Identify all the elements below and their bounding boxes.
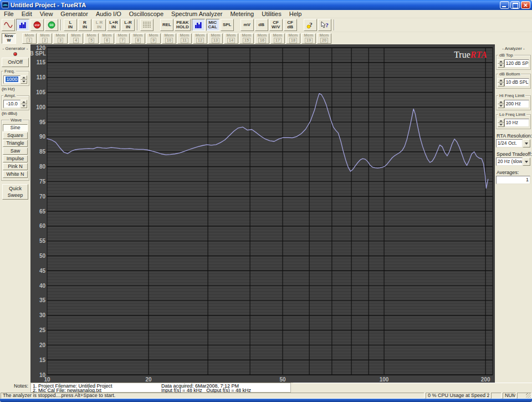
- mem-button-17[interactable]: Mem17: [270, 33, 285, 44]
- l-minus-r-input-button[interactable]: L-RIN: [121, 19, 135, 31]
- spl-button[interactable]: SPL: [221, 19, 234, 31]
- mem-button-1[interactable]: Mem1: [22, 33, 37, 44]
- wave-pink-n-button[interactable]: Pink N: [3, 163, 28, 170]
- notes-filler: [293, 383, 532, 393]
- freq-input[interactable]: 1000: [3, 75, 21, 84]
- y-axis-tick-label: 35: [39, 297, 46, 303]
- freq-spin-down-button[interactable]: [21, 80, 27, 84]
- hi-freq-spin-up-button[interactable]: [498, 100, 504, 104]
- speed-tradeoff-dropdown[interactable]: 20 Hz (slow): [496, 157, 530, 166]
- close-button[interactable]: [521, 1, 530, 9]
- generator-on-off-button[interactable]: On/Off: [2, 58, 29, 67]
- mem-button-4[interactable]: Mem4: [69, 33, 83, 44]
- mem-button-15[interactable]: Mem15: [239, 33, 254, 44]
- wave-square-button[interactable]: Square: [3, 132, 28, 139]
- wave-impulse-button[interactable]: Impulse: [3, 155, 28, 162]
- mem-button-8[interactable]: Mem8: [131, 33, 145, 44]
- mem-button-7[interactable]: Mem7: [115, 33, 130, 44]
- mem-button-10[interactable]: Mem10: [162, 33, 176, 44]
- mem-button-20[interactable]: Mem20: [317, 33, 331, 44]
- lo-freq-spin-down-button[interactable]: [498, 123, 504, 128]
- db-top-spin-up-button[interactable]: [498, 59, 504, 64]
- main-toolbar: STOPGOLINRINL RINL+RINL-RINRELPEAKHOLDMI…: [0, 18, 532, 32]
- l-plus-r-input-button[interactable]: L+RIN: [107, 19, 120, 31]
- db-bottom-value[interactable]: 10 dB SPL: [504, 78, 529, 86]
- quick-sweep-button[interactable]: QuickSweep: [2, 184, 28, 200]
- menu-item-utilities[interactable]: Utilities: [258, 10, 285, 18]
- menu-item-help[interactable]: Help: [285, 10, 306, 18]
- mem-button-5[interactable]: Mem5: [84, 33, 99, 44]
- left-input-button[interactable]: LIN: [64, 19, 77, 31]
- window-title: Untitled Project - TrueRTA: [11, 2, 500, 8]
- speed-tradeoff-dropdown-arrow[interactable]: [523, 157, 530, 166]
- hi-freq-spin-down-button[interactable]: [498, 104, 504, 109]
- help-button[interactable]: ?: [304, 19, 317, 31]
- rel-button[interactable]: REL: [160, 19, 173, 31]
- mem-button-6[interactable]: Mem6: [100, 33, 114, 44]
- mem-button-13[interactable]: Mem13: [208, 33, 223, 44]
- mem-button-3[interactable]: Mem3: [53, 33, 68, 44]
- rta-resolution-dropdown-arrow[interactable]: [523, 139, 530, 147]
- mem-button-18[interactable]: Mem18: [286, 33, 300, 44]
- right-input-button[interactable]: RIN: [78, 19, 91, 31]
- new-workspace-button[interactable]: NewW: [2, 33, 16, 44]
- maximize-button[interactable]: [510, 1, 520, 9]
- freq-spin-up-button[interactable]: [21, 75, 27, 80]
- mem-button-11[interactable]: Mem11: [177, 33, 192, 44]
- mem-button-12[interactable]: Mem12: [193, 33, 207, 44]
- generator-view-button[interactable]: [2, 19, 15, 31]
- db-button[interactable]: dB: [255, 19, 268, 31]
- context-help-button[interactable]: ?: [318, 19, 331, 31]
- mem-button-14[interactable]: Mem14: [224, 33, 238, 44]
- hi-freq-value[interactable]: 200 Hz: [504, 100, 529, 108]
- ampl-input[interactable]: -10.0: [3, 100, 21, 108]
- lo-freq-spin-up-button[interactable]: [498, 119, 504, 123]
- mem-button-2[interactable]: Mem2: [38, 33, 52, 44]
- menu-item-edit[interactable]: Edit: [18, 10, 36, 18]
- db-top-value[interactable]: 120 dB SPL: [504, 59, 529, 68]
- stop-button[interactable]: STOP: [30, 19, 44, 31]
- generator-panel-title: - Generator -: [1, 46, 29, 51]
- stereo-input-button[interactable]: L RIN: [93, 19, 106, 31]
- wave-white-n-button[interactable]: White N: [3, 171, 28, 178]
- mic-cal-button[interactable]: MICCAL: [206, 19, 219, 31]
- menu-item-oscilloscope[interactable]: Oscilloscope: [125, 10, 167, 18]
- peak-hold-button[interactable]: PEAKHOLD: [175, 19, 191, 31]
- wave-triangle-button[interactable]: Triangle: [3, 140, 28, 147]
- toolbar-separator: [137, 19, 138, 30]
- db-bottom-spin-up-button[interactable]: [498, 78, 504, 83]
- menu-item-metering[interactable]: Metering: [226, 10, 258, 18]
- averages-input[interactable]: 1: [496, 176, 530, 184]
- minimize-button[interactable]: [500, 1, 509, 9]
- menu-item-view[interactable]: View: [36, 10, 57, 18]
- menu-item-generator[interactable]: Generator: [57, 10, 92, 18]
- wave-saw-button[interactable]: Saw: [3, 147, 28, 155]
- ampl-group: Ampl. -10.0: [1, 95, 29, 110]
- menu-item-file[interactable]: File: [0, 10, 18, 18]
- lo-freq-value[interactable]: 10 Hz: [504, 119, 529, 127]
- go-button[interactable]: GO: [45, 19, 58, 31]
- cf-wv-button[interactable]: CFW/V: [269, 19, 283, 31]
- mem-button-19[interactable]: Mem19: [301, 33, 316, 44]
- wave-sine-button[interactable]: Sine: [3, 124, 28, 131]
- mem-button-16[interactable]: Mem16: [255, 33, 269, 44]
- grid-button[interactable]: [140, 19, 154, 31]
- cf-db-button[interactable]: CFdB: [284, 19, 297, 31]
- bar-display-button[interactable]: [192, 19, 205, 31]
- ampl-spin-down-button[interactable]: [21, 104, 27, 109]
- rta-resolution-dropdown[interactable]: 1/24 Oct.: [496, 139, 530, 147]
- db-top-spin-down-button[interactable]: [498, 64, 504, 68]
- db-bottom-spin-down-button[interactable]: [498, 83, 504, 87]
- menu-item-spectrum-analyzer[interactable]: Spectrum Analyzer: [167, 10, 226, 18]
- truerta-logo: TrueRTA: [454, 50, 487, 59]
- db-bottom-group: dB Bottom 10 dB SPL: [496, 74, 531, 89]
- y-axis-tick-label: 80: [39, 164, 46, 170]
- mem-button-9[interactable]: Mem9: [146, 33, 161, 44]
- resize-grip[interactable]: [526, 393, 531, 398]
- analyzer-view-button[interactable]: [16, 19, 29, 31]
- notes-box[interactable]: 1. Project Filename: Untitled Project 2.…: [30, 383, 291, 393]
- mv-button[interactable]: mV: [241, 19, 254, 31]
- spectrum-chart: 1015202530354045505560657075808590951001…: [30, 44, 495, 383]
- ampl-spin-up-button[interactable]: [21, 100, 27, 104]
- menu-item-audio-i-o[interactable]: Audio I/O: [92, 10, 125, 18]
